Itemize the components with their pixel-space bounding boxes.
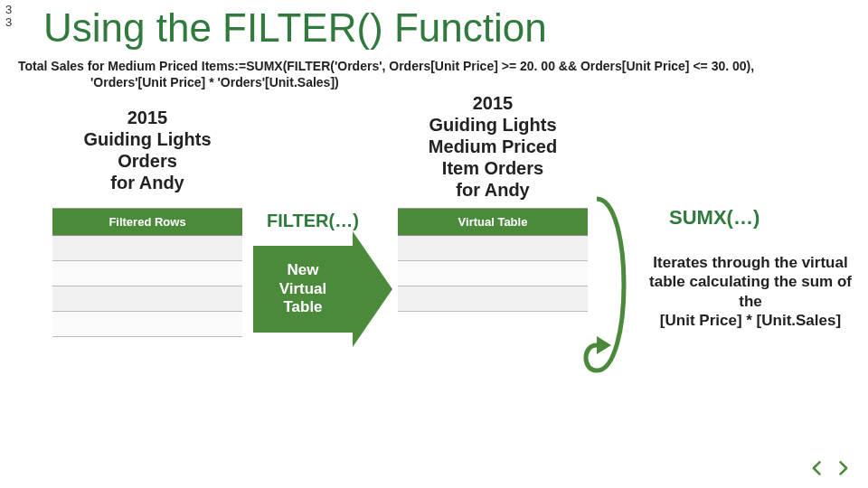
filter-label: FILTER(…) [267, 211, 359, 231]
arrow-shape: New Virtual Table [253, 235, 398, 343]
table-row [52, 286, 242, 312]
sumx-description: Iterates through the virtual table calcu… [642, 253, 859, 330]
chevron-left-icon [808, 459, 826, 477]
chevron-right-icon [834, 459, 852, 477]
arrow-body: New Virtual Table [253, 246, 353, 333]
table-row [398, 236, 588, 261]
table-row [52, 236, 242, 261]
formula-text: Total Sales for Medium Priced Items:=SUM… [18, 58, 850, 90]
right-table-title: 2015 Guiding Lights Medium Priced Item O… [407, 92, 579, 201]
svg-marker-0 [597, 336, 611, 354]
next-button[interactable] [832, 457, 854, 479]
loop-arrow-icon [579, 190, 642, 380]
prev-button[interactable] [807, 457, 828, 479]
table-row [52, 261, 242, 286]
formula-line-1: Total Sales for Medium Priced Items:=SUM… [18, 59, 754, 73]
page-number-bottom: 3 [5, 16, 12, 29]
arrow-text: New Virtual Table [279, 261, 327, 316]
sumx-label: SUMX(…) [669, 206, 760, 230]
page-number-top: 3 [5, 4, 12, 16]
page-number: 3 3 [5, 4, 12, 28]
arrow-head-icon [353, 231, 392, 347]
left-table-header: Filtered Rows [52, 209, 242, 236]
slide-title: Using the FILTER() Function [43, 5, 547, 51]
right-table: Virtual Table [398, 208, 588, 312]
table-row [52, 312, 242, 337]
table-row [398, 261, 588, 286]
right-table-header: Virtual Table [398, 209, 588, 236]
formula-line-2: 'Orders'[Unit Price] * 'Orders'[Unit.Sal… [18, 74, 850, 90]
left-table-title: 2015 Guiding Lights Orders for Andy [61, 107, 233, 193]
left-table: Filtered Rows [52, 208, 242, 337]
table-row [398, 286, 588, 312]
nav-controls [807, 457, 854, 479]
